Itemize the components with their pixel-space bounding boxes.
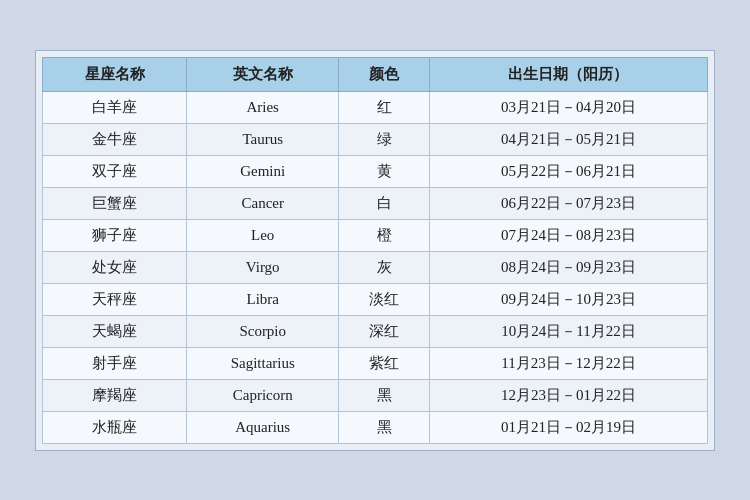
header-color: 颜色 [339,57,430,91]
table-row: 天秤座Libra淡红09月24日－10月23日 [43,283,708,315]
table-row: 白羊座Aries红03月21日－04月20日 [43,91,708,123]
cell-dates: 08月24日－09月23日 [429,251,707,283]
table-row: 巨蟹座Cancer白06月22日－07月23日 [43,187,708,219]
header-dates: 出生日期（阳历） [429,57,707,91]
cell-color: 橙 [339,219,430,251]
cell-chinese-name: 金牛座 [43,123,187,155]
cell-chinese-name: 天蝎座 [43,315,187,347]
cell-chinese-name: 白羊座 [43,91,187,123]
cell-dates: 09月24日－10月23日 [429,283,707,315]
cell-color: 紫红 [339,347,430,379]
table-body: 白羊座Aries红03月21日－04月20日金牛座Taurus绿04月21日－0… [43,91,708,443]
cell-dates: 10月24日－11月22日 [429,315,707,347]
cell-chinese-name: 双子座 [43,155,187,187]
cell-english-name: Taurus [187,123,339,155]
cell-color: 红 [339,91,430,123]
cell-dates: 06月22日－07月23日 [429,187,707,219]
table-row: 金牛座Taurus绿04月21日－05月21日 [43,123,708,155]
cell-chinese-name: 射手座 [43,347,187,379]
cell-english-name: Sagittarius [187,347,339,379]
header-chinese-name: 星座名称 [43,57,187,91]
cell-chinese-name: 天秤座 [43,283,187,315]
cell-english-name: Aquarius [187,411,339,443]
cell-color: 深红 [339,315,430,347]
table-row: 狮子座Leo橙07月24日－08月23日 [43,219,708,251]
cell-color: 黑 [339,379,430,411]
cell-english-name: Gemini [187,155,339,187]
cell-color: 白 [339,187,430,219]
table-row: 处女座Virgo灰08月24日－09月23日 [43,251,708,283]
cell-english-name: Libra [187,283,339,315]
zodiac-table: 星座名称 英文名称 颜色 出生日期（阳历） 白羊座Aries红03月21日－04… [42,57,708,444]
table-row: 双子座Gemini黄05月22日－06月21日 [43,155,708,187]
cell-chinese-name: 巨蟹座 [43,187,187,219]
table-row: 摩羯座Capricorn黑12月23日－01月22日 [43,379,708,411]
cell-color: 黄 [339,155,430,187]
cell-color: 淡红 [339,283,430,315]
cell-dates: 12月23日－01月22日 [429,379,707,411]
table-row: 水瓶座Aquarius黑01月21日－02月19日 [43,411,708,443]
cell-english-name: Capricorn [187,379,339,411]
cell-dates: 05月22日－06月21日 [429,155,707,187]
cell-dates: 03月21日－04月20日 [429,91,707,123]
header-english-name: 英文名称 [187,57,339,91]
cell-color: 灰 [339,251,430,283]
cell-english-name: Scorpio [187,315,339,347]
zodiac-table-container: 星座名称 英文名称 颜色 出生日期（阳历） 白羊座Aries红03月21日－04… [35,50,715,451]
table-row: 射手座Sagittarius紫红11月23日－12月22日 [43,347,708,379]
cell-dates: 04月21日－05月21日 [429,123,707,155]
table-header-row: 星座名称 英文名称 颜色 出生日期（阳历） [43,57,708,91]
cell-dates: 11月23日－12月22日 [429,347,707,379]
cell-dates: 07月24日－08月23日 [429,219,707,251]
cell-color: 黑 [339,411,430,443]
cell-dates: 01月21日－02月19日 [429,411,707,443]
cell-english-name: Leo [187,219,339,251]
cell-chinese-name: 狮子座 [43,219,187,251]
table-row: 天蝎座Scorpio深红10月24日－11月22日 [43,315,708,347]
cell-english-name: Virgo [187,251,339,283]
cell-english-name: Cancer [187,187,339,219]
cell-english-name: Aries [187,91,339,123]
cell-chinese-name: 摩羯座 [43,379,187,411]
cell-chinese-name: 处女座 [43,251,187,283]
cell-chinese-name: 水瓶座 [43,411,187,443]
cell-color: 绿 [339,123,430,155]
